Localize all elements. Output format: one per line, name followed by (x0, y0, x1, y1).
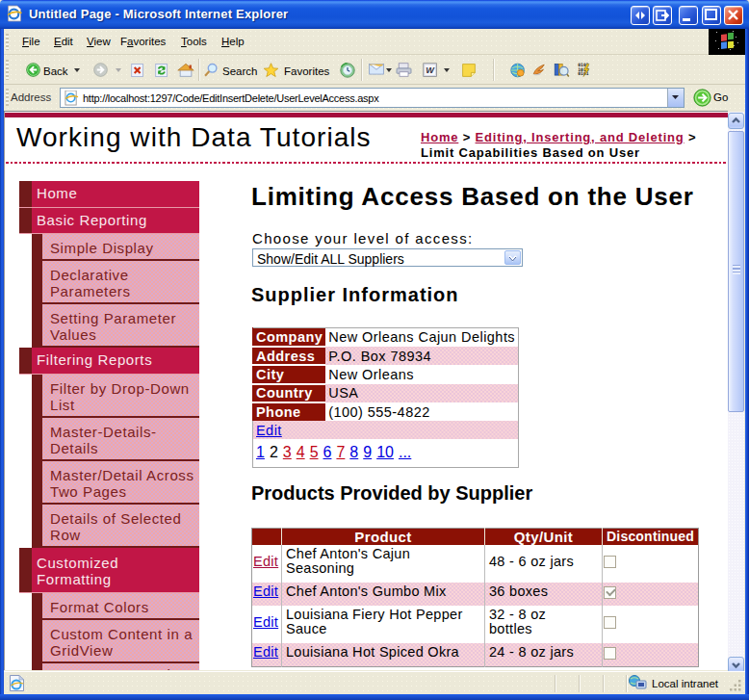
svg-text:0101: 0101 (578, 71, 589, 76)
svg-text:W: W (426, 65, 435, 75)
